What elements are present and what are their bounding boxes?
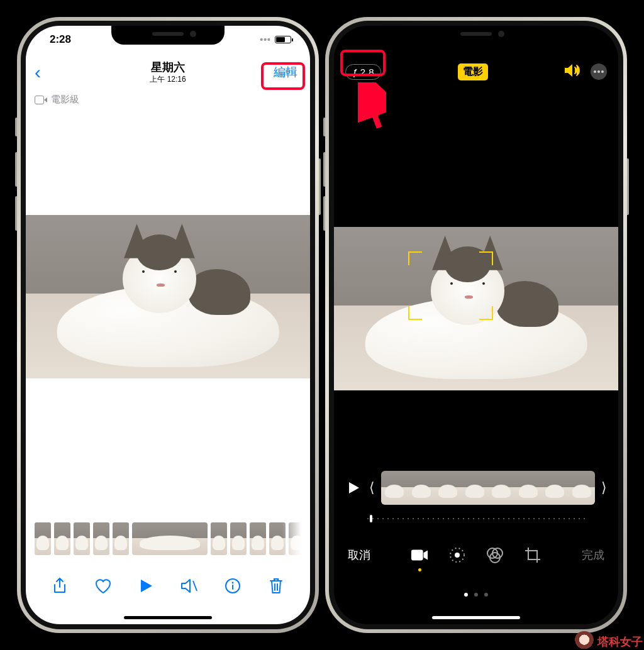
edit-toolbar: 取消 完 xyxy=(334,536,618,574)
edit-pager xyxy=(464,593,488,597)
nav-title: 星期六 xyxy=(150,60,186,75)
aperture-button[interactable]: ƒ2.8 xyxy=(345,64,381,80)
cancel-button[interactable]: 取消 xyxy=(348,548,370,563)
phone-right: ƒ2.8 電影 xyxy=(325,17,627,633)
media-preview[interactable] xyxy=(26,215,310,378)
aperture-value: 2.8 xyxy=(360,67,374,77)
nav-subtitle: 上午 12:16 xyxy=(150,74,186,85)
svg-rect-8 xyxy=(411,550,423,561)
info-button[interactable] xyxy=(224,577,242,595)
svg-point-5 xyxy=(597,70,600,73)
notch xyxy=(419,26,533,45)
back-button[interactable]: ‹ xyxy=(35,62,41,83)
play-button[interactable] xyxy=(138,577,155,595)
trim-handle-left[interactable]: ⟨ xyxy=(369,480,375,496)
edit-button[interactable]: 編輯 xyxy=(270,63,301,82)
focus-indicator[interactable] xyxy=(408,251,494,320)
bottom-toolbar xyxy=(26,570,310,602)
status-extra-icon: ••• xyxy=(260,35,271,45)
svg-rect-3 xyxy=(232,585,233,590)
video-camera-icon xyxy=(35,96,47,104)
adjust-tab-icon[interactable] xyxy=(448,546,466,564)
timeline-frames[interactable] xyxy=(381,471,595,505)
done-button[interactable]: 完成 xyxy=(582,548,604,563)
edit-preview[interactable] xyxy=(334,227,618,390)
nav-bar: ‹ 星期六 上午 12:16 編輯 xyxy=(26,53,310,91)
more-options-button[interactable] xyxy=(591,63,607,80)
notch xyxy=(111,26,225,45)
battery-icon xyxy=(275,36,291,43)
filters-tab-icon[interactable] xyxy=(486,546,504,564)
svg-point-6 xyxy=(601,70,604,73)
svg-line-0 xyxy=(193,581,197,591)
timeline-play-button[interactable] xyxy=(345,479,363,497)
cinematic-badge: 電影級 xyxy=(26,91,310,108)
status-time: 2:28 xyxy=(50,33,71,46)
mute-button[interactable] xyxy=(180,577,198,595)
video-tab-icon[interactable] xyxy=(411,546,428,564)
svg-point-4 xyxy=(594,70,596,73)
video-timeline[interactable]: ⟨ ⟩ xyxy=(345,471,607,505)
phone-left: 2:28 ••• ‹ 星期六 上午 12:16 編輯 xyxy=(17,17,319,633)
share-button[interactable] xyxy=(51,577,69,595)
home-indicator[interactable] xyxy=(432,616,520,619)
depth-scrubber[interactable] xyxy=(365,512,587,525)
svg-point-10 xyxy=(455,553,460,558)
trim-handle-right[interactable]: ⟩ xyxy=(601,480,607,496)
thumbnail-strip[interactable] xyxy=(35,522,301,555)
video-edit-screen: ƒ2.8 電影 xyxy=(334,26,618,624)
delete-button[interactable] xyxy=(267,577,285,595)
favorite-button[interactable] xyxy=(94,577,112,595)
crop-tab-icon[interactable] xyxy=(524,546,541,564)
cinematic-label: 電影級 xyxy=(51,94,79,106)
cinematic-mode-chip[interactable]: 電影 xyxy=(458,63,488,80)
photos-detail-screen: 2:28 ••• ‹ 星期六 上午 12:16 編輯 xyxy=(26,26,310,624)
svg-line-7 xyxy=(365,90,379,128)
home-indicator[interactable] xyxy=(124,616,212,619)
svg-point-2 xyxy=(232,582,234,584)
annotation-arrow-icon xyxy=(358,82,386,133)
volume-button[interactable] xyxy=(564,63,582,80)
